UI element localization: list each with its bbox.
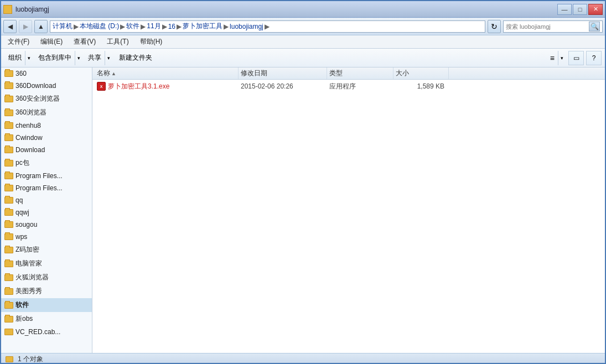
main-area: 360 360Download 360安全浏览器 360浏览器 chenhu8 … <box>1 67 605 353</box>
sidebar-label: 360安全浏览器 <box>15 94 60 103</box>
sidebar-label: 电脑管家 <box>15 259 42 268</box>
sidebar-item-programfiles1[interactable]: Program Files... <box>1 170 92 182</box>
sidebar-label: qq <box>15 196 23 204</box>
sidebar-item-pcpack[interactable]: pc包 <box>1 156 92 170</box>
sidebar-item-ruanjian[interactable]: 软件 <box>1 298 92 312</box>
folder-icon <box>4 185 13 191</box>
minimize-button[interactable]: — <box>557 4 572 15</box>
menu-edit[interactable]: 编辑(E) <box>37 36 66 48</box>
sidebar-label: Download <box>15 146 45 154</box>
column-name-header[interactable]: 名称 ▲ <box>95 67 239 79</box>
toolbar: 组织 ▾ 包含到库中 ▾ 共享 ▾ 新建文件夹 ≡ ▾ ▭ ? <box>1 49 605 67</box>
forward-button[interactable]: ▶ <box>19 20 32 33</box>
folder-icon <box>4 147 13 153</box>
breadcrumb-item-7[interactable]: luobojiamgj <box>230 23 263 30</box>
sidebar-item-vcred[interactable]: VC_RED.cab... <box>1 326 92 338</box>
refresh-button[interactable]: ↻ <box>488 20 501 33</box>
sidebar-label: Program Files... <box>15 184 63 192</box>
sidebar-item-meituxiuxiu[interactable]: 美图秀秀 <box>1 284 92 298</box>
title-bar-left: luobojiamgj <box>3 5 49 14</box>
breadcrumb-item-4[interactable]: 11月 <box>147 22 160 31</box>
new-folder-label: 新建文件夹 <box>119 53 152 63</box>
folder-icon <box>4 96 13 102</box>
share-arrow: ▾ <box>105 51 112 65</box>
sidebar-item-newobs[interactable]: 新obs <box>1 312 92 326</box>
sidebar-item-firefox[interactable]: 火狐浏览器 <box>1 271 92 284</box>
view-arrow: ▾ <box>558 51 566 65</box>
sidebar-item-programfiles2[interactable]: Program Files... <box>1 182 92 194</box>
table-row[interactable]: X 萝卜加密工具3.1.exe 2015-02-06 20:26 应用程序 1,… <box>92 80 605 93</box>
view-options-button[interactable]: ≡ ▾ <box>546 50 566 66</box>
sidebar-item-wps[interactable]: wps <box>1 231 92 243</box>
breadcrumb-item-2[interactable]: 本地磁盘 (D:) <box>80 22 119 31</box>
file-name-cell: X 萝卜加密工具3.1.exe <box>95 82 239 91</box>
breadcrumb-item-1[interactable]: 计算机 <box>53 22 72 31</box>
sidebar-item-sougou[interactable]: sougou <box>1 219 92 231</box>
folder-icon <box>4 261 13 267</box>
breadcrumb-item-6[interactable]: 萝卜加密工具 <box>183 22 222 31</box>
sidebar-item-cwindow[interactable]: Cwindow <box>1 132 92 144</box>
folder-icon <box>4 160 13 167</box>
file-area: 名称 ▲ 修改日期 类型 大小 X 萝卜加密工具3.1.exe 2015-02-… <box>92 67 605 353</box>
sidebar-label: wps <box>15 233 27 241</box>
menu-help[interactable]: 帮助(H) <box>137 36 166 48</box>
window-controls: — □ ✕ <box>557 4 603 15</box>
panel-toggle-button[interactable]: ▭ <box>568 51 584 65</box>
column-size-header[interactable]: 大小 <box>393 67 449 79</box>
breadcrumb-item-3[interactable]: 软件 <box>126 22 139 31</box>
maximize-button[interactable]: □ <box>573 4 587 15</box>
folder-icon <box>4 247 13 253</box>
back-button[interactable]: ◀ <box>3 20 17 33</box>
column-date-header[interactable]: 修改日期 <box>239 67 327 79</box>
organize-button[interactable]: 组织 ▾ <box>4 50 33 66</box>
search-box[interactable]: 🔍 <box>503 20 603 33</box>
sidebar-item-360download[interactable]: 360Download <box>1 80 92 92</box>
sidebar: 360 360Download 360安全浏览器 360浏览器 chenhu8 … <box>1 67 92 353</box>
menu-file[interactable]: 文件(F) <box>4 36 33 48</box>
include-library-button[interactable]: 包含到库中 ▾ <box>34 50 83 66</box>
sidebar-label: 360浏览器 <box>15 108 46 117</box>
sidebar-item-qqwj[interactable]: qqwj <box>1 206 92 219</box>
share-label: 共享 <box>88 53 101 63</box>
folder-icon <box>4 221 13 228</box>
include-arrow: ▾ <box>75 51 82 65</box>
sidebar-item-pcguardian[interactable]: 电脑管家 <box>1 257 92 271</box>
breadcrumb-item-5[interactable]: 16 <box>168 23 175 30</box>
title-bar: luobojiamgj — □ ✕ <box>1 1 605 18</box>
close-button[interactable]: ✕ <box>588 4 603 15</box>
share-button[interactable]: 共享 ▾ <box>84 50 113 66</box>
file-size: 1,589 KB <box>393 82 449 90</box>
window-icon <box>3 5 12 14</box>
menu-tools[interactable]: 工具(T) <box>103 36 132 48</box>
search-input[interactable] <box>506 23 589 30</box>
sidebar-label: qqwj <box>15 209 29 216</box>
folder-icon <box>4 110 13 116</box>
sidebar-item-360browser-safe[interactable]: 360安全浏览器 <box>1 92 92 106</box>
sidebar-item-zencrypt[interactable]: Z码加密 <box>1 243 92 257</box>
sidebar-item-qq[interactable]: qq <box>1 194 92 206</box>
sidebar-item-download[interactable]: Download <box>1 144 92 156</box>
sidebar-label: 新obs <box>15 314 33 324</box>
folder-icon <box>4 288 13 295</box>
folder-icon <box>4 122 13 129</box>
include-label: 包含到库中 <box>38 53 71 63</box>
up-button[interactable]: ▲ <box>34 20 48 33</box>
organize-label: 组织 <box>8 53 22 63</box>
sidebar-item-360[interactable]: 360 <box>1 67 92 80</box>
help-button[interactable]: ? <box>586 51 602 65</box>
folder-icon <box>4 316 13 323</box>
folder-icon <box>4 197 13 204</box>
sidebar-label: 软件 <box>15 300 29 310</box>
sidebar-item-chenhu8[interactable]: chenhu8 <box>1 119 92 132</box>
new-folder-button[interactable]: 新建文件夹 <box>114 50 157 66</box>
sidebar-label: pc包 <box>15 158 29 168</box>
folder-icon <box>4 233 13 240</box>
column-type-header[interactable]: 类型 <box>327 67 393 79</box>
exe-icon: X <box>97 82 106 91</box>
file-date: 2015-02-06 20:26 <box>239 82 327 90</box>
search-icon[interactable]: 🔍 <box>589 22 600 32</box>
sidebar-label: 360Download <box>15 82 56 90</box>
breadcrumb[interactable]: 计算机 ▶ 本地磁盘 (D:) ▶ 软件 ▶ 11月 ▶ 16 ▶ 萝卜加密工具… <box>50 20 485 33</box>
sidebar-item-360browser[interactable]: 360浏览器 <box>1 106 92 119</box>
menu-view[interactable]: 查看(V) <box>70 36 99 48</box>
